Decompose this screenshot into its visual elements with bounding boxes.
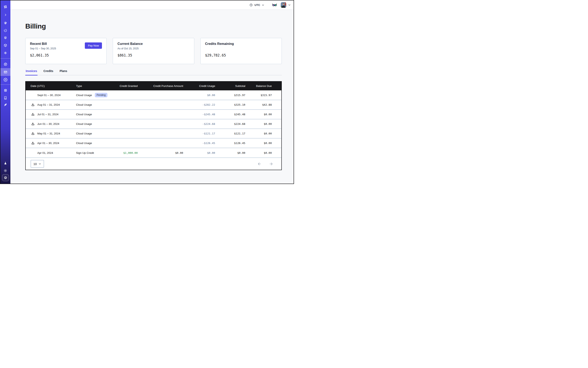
download-icon	[31, 113, 35, 116]
clock-icon	[249, 3, 253, 7]
invoice-type: Cloud Usage	[76, 103, 92, 106]
credits-remaining-card: Credits Remaining $29,782.65	[200, 38, 282, 64]
invoice-type-cell: Cloud Usage	[76, 100, 108, 110]
sidebar-item-nexus[interactable]	[0, 49, 10, 56]
sidebar-item-support[interactable]	[0, 87, 10, 94]
workflows-spiral-icon	[3, 21, 7, 25]
tab-invoices[interactable]: Invoices	[25, 69, 37, 75]
sidebar: $	[0, 0, 10, 184]
credit-purchase-cell	[138, 100, 183, 110]
user-menu-button[interactable]	[288, 4, 291, 6]
sidebar-item-settings[interactable]	[0, 76, 10, 84]
download-invoice-button[interactable]	[31, 132, 35, 135]
sidebar-item-schedules[interactable]	[0, 27, 10, 34]
billing-card-icon	[3, 70, 8, 74]
sidebar-collapse-button[interactable]	[0, 11, 10, 18]
tab-credits[interactable]: Credits	[43, 69, 54, 75]
invoice-type-cell: Cloud Usage	[76, 138, 108, 148]
sidebar-divider	[0, 58, 10, 59]
balance-due-cell: $0.00	[245, 148, 281, 157]
sidebar-item-labs[interactable]	[0, 159, 10, 167]
invoices-table: Date (UTC)TypeCredit GrantedCredit Purch…	[25, 81, 282, 170]
theme-sun-icon	[3, 169, 7, 173]
sidebar-item-getting-started[interactable]	[0, 101, 10, 109]
main-area: UTC	[10, 0, 294, 184]
balance-due-cell: $0.00	[245, 129, 281, 138]
previous-page-button[interactable]	[257, 162, 262, 166]
sidebar-item-workflows[interactable]	[0, 19, 10, 27]
download-invoice-button[interactable]	[31, 113, 35, 116]
current-balance-card: Current Balance As of Oct 15, 2025 $861.…	[113, 38, 194, 64]
column-header: Credit Purchase Amount	[138, 82, 183, 90]
deployments-cube-icon	[3, 44, 7, 47]
usage-gauge-icon	[3, 62, 8, 66]
pager-arrows	[257, 162, 273, 166]
timezone-selector[interactable]: UTC	[249, 3, 264, 7]
credit-purchase-cell: $0.00	[138, 148, 183, 157]
invoice-date: Apr 01 – 30, 2024	[37, 142, 59, 145]
invoice-row: Aug 01 – 31, 2024 Cloud Usage -$282.22 $…	[26, 100, 281, 110]
credit-granted-cell	[108, 90, 138, 100]
subtotal-cell: $224.68	[215, 119, 245, 129]
invoice-type: Cloud Usage	[76, 94, 92, 97]
invoice-row: Apr 01 – 30, 2024 Cloud Usage -$126.45 $…	[26, 138, 281, 148]
invoice-type-cell: Cloud Usage	[76, 119, 108, 129]
sidebar-item-credits[interactable]: $	[2, 174, 9, 181]
download-icon	[31, 103, 35, 107]
credit-granted-cell	[108, 110, 138, 119]
credit-granted-cell: $1,000.00	[108, 148, 138, 157]
download-invoice-button[interactable]	[31, 141, 35, 145]
credit-purchase-cell	[138, 129, 183, 138]
sidebar-item-namespaces[interactable]	[0, 34, 10, 41]
chevron-down-icon	[262, 4, 264, 6]
invoice-type-cell: Cloud Usage	[76, 110, 108, 119]
invoice-type: Cloud Usage	[76, 113, 92, 116]
recent-bill-card: Recent Bill Sep 01 – Sep 30, 2025 $2,061…	[25, 38, 107, 64]
credit-purchase-cell	[138, 90, 183, 100]
page-title: Billing	[25, 22, 282, 30]
credit-purchase-cell	[138, 110, 183, 119]
pay-now-button[interactable]: Pay Now	[85, 42, 102, 49]
column-header: Date (UTC)	[26, 82, 76, 90]
sidebar-item-docs[interactable]	[0, 94, 10, 101]
sidebar-item-usage[interactable]	[0, 60, 10, 68]
download-invoice-button[interactable]	[31, 103, 35, 107]
invoice-row: Sept 01 – 30, 2024 Cloud Usage Pending $…	[26, 90, 281, 100]
download-icon	[31, 122, 35, 126]
billing-tabs: Invoices Credits Plans	[25, 69, 282, 75]
next-page-button[interactable]	[269, 162, 273, 166]
credit-usage-cell: -$224.68	[183, 119, 215, 129]
table-body: Sept 01 – 30, 2024 Cloud Usage Pending $…	[26, 90, 281, 157]
dev-mode-button[interactable]	[272, 3, 277, 7]
column-header: Type	[76, 82, 108, 90]
credit-usage-cell: -$121.17	[183, 129, 215, 138]
invoice-date: Aug 01 – 31, 2024	[37, 103, 60, 106]
invoice-row: Jul 01 – 31, 2024 Cloud Usage -$245.48 $…	[26, 110, 281, 119]
invoice-row: Apr 01, 2024 Sign Up Credit $1,000.00 $0…	[26, 148, 281, 157]
card-sub-spacer	[205, 47, 277, 50]
sidebar-item-theme-toggle[interactable]	[0, 167, 10, 174]
credits-dollar-badge-icon: $	[3, 176, 8, 180]
invoice-type: Cloud Usage	[76, 132, 92, 135]
sidebar-item-deployments[interactable]	[0, 42, 10, 49]
page-size-select[interactable]: 10	[31, 160, 44, 168]
subtotal-cell: $0.00	[215, 148, 245, 157]
balance-due-cell: $0.00	[245, 138, 281, 148]
download-invoice-button[interactable]	[31, 122, 35, 126]
credit-usage-cell: $0.00	[183, 90, 215, 100]
card-title: Credits Remaining	[205, 42, 277, 46]
invoice-date: Jul 01 – 31, 2024	[37, 113, 59, 116]
timezone-label: UTC	[254, 3, 260, 7]
sidebar-item-billing[interactable]	[0, 68, 10, 76]
schedules-timer-icon	[3, 28, 7, 32]
credit-granted-cell	[108, 138, 138, 148]
pagination-bar: 10	[26, 157, 281, 170]
credit-usage-cell: -$126.45	[183, 138, 215, 148]
credit-granted-cell	[108, 100, 138, 110]
subtotal-cell: $121.17	[215, 129, 245, 138]
balance-due-cell: $0.00	[245, 110, 281, 119]
avatar[interactable]	[281, 2, 286, 8]
status-badge: Pending	[95, 93, 108, 97]
namespaces-layers-icon	[3, 36, 7, 40]
tab-plans[interactable]: Plans	[59, 69, 67, 75]
